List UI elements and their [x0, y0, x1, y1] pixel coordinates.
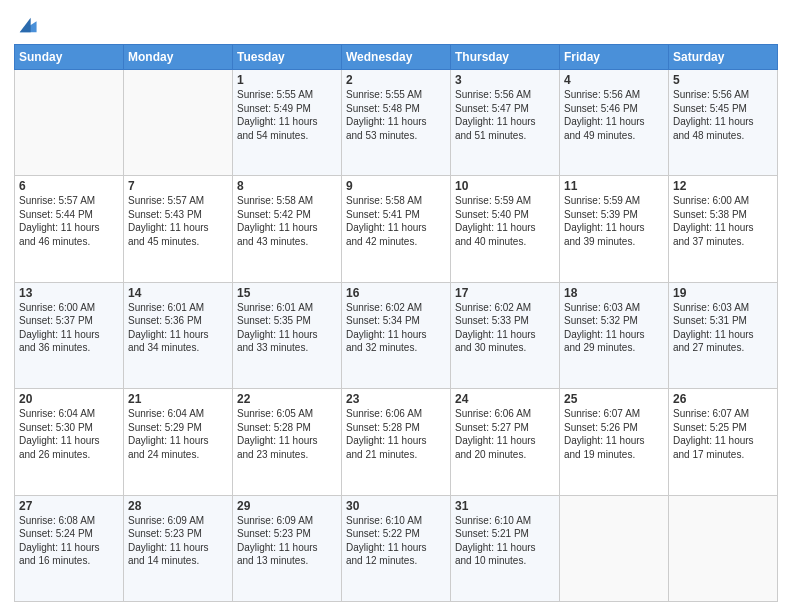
day-number: 16	[346, 286, 446, 300]
cell-info: Sunrise: 6:10 AMSunset: 5:22 PMDaylight:…	[346, 515, 427, 567]
cell-info: Sunrise: 6:00 AMSunset: 5:37 PMDaylight:…	[19, 302, 100, 354]
day-number: 27	[19, 499, 119, 513]
calendar-cell: 9Sunrise: 5:58 AMSunset: 5:41 PMDaylight…	[342, 176, 451, 282]
calendar-cell: 8Sunrise: 5:58 AMSunset: 5:42 PMDaylight…	[233, 176, 342, 282]
calendar-cell: 17Sunrise: 6:02 AMSunset: 5:33 PMDayligh…	[451, 282, 560, 388]
cell-info: Sunrise: 5:55 AMSunset: 5:49 PMDaylight:…	[237, 89, 318, 141]
calendar-cell	[15, 70, 124, 176]
day-number: 10	[455, 179, 555, 193]
day-number: 15	[237, 286, 337, 300]
calendar-cell: 28Sunrise: 6:09 AMSunset: 5:23 PMDayligh…	[124, 495, 233, 601]
day-number: 1	[237, 73, 337, 87]
day-number: 18	[564, 286, 664, 300]
calendar-week-row: 13Sunrise: 6:00 AMSunset: 5:37 PMDayligh…	[15, 282, 778, 388]
calendar-cell: 20Sunrise: 6:04 AMSunset: 5:30 PMDayligh…	[15, 389, 124, 495]
day-number: 13	[19, 286, 119, 300]
calendar-cell: 29Sunrise: 6:09 AMSunset: 5:23 PMDayligh…	[233, 495, 342, 601]
calendar-cell: 16Sunrise: 6:02 AMSunset: 5:34 PMDayligh…	[342, 282, 451, 388]
day-number: 12	[673, 179, 773, 193]
day-number: 3	[455, 73, 555, 87]
calendar-cell: 3Sunrise: 5:56 AMSunset: 5:47 PMDaylight…	[451, 70, 560, 176]
calendar-day-header: Wednesday	[342, 45, 451, 70]
cell-info: Sunrise: 5:59 AMSunset: 5:39 PMDaylight:…	[564, 195, 645, 247]
cell-info: Sunrise: 6:01 AMSunset: 5:36 PMDaylight:…	[128, 302, 209, 354]
cell-info: Sunrise: 6:00 AMSunset: 5:38 PMDaylight:…	[673, 195, 754, 247]
calendar-cell: 15Sunrise: 6:01 AMSunset: 5:35 PMDayligh…	[233, 282, 342, 388]
cell-info: Sunrise: 6:06 AMSunset: 5:27 PMDaylight:…	[455, 408, 536, 460]
cell-info: Sunrise: 6:05 AMSunset: 5:28 PMDaylight:…	[237, 408, 318, 460]
calendar-cell: 2Sunrise: 5:55 AMSunset: 5:48 PMDaylight…	[342, 70, 451, 176]
calendar-cell: 7Sunrise: 5:57 AMSunset: 5:43 PMDaylight…	[124, 176, 233, 282]
calendar-cell: 22Sunrise: 6:05 AMSunset: 5:28 PMDayligh…	[233, 389, 342, 495]
calendar-week-row: 6Sunrise: 5:57 AMSunset: 5:44 PMDaylight…	[15, 176, 778, 282]
calendar-week-row: 27Sunrise: 6:08 AMSunset: 5:24 PMDayligh…	[15, 495, 778, 601]
day-number: 26	[673, 392, 773, 406]
cell-info: Sunrise: 5:56 AMSunset: 5:47 PMDaylight:…	[455, 89, 536, 141]
cell-info: Sunrise: 5:55 AMSunset: 5:48 PMDaylight:…	[346, 89, 427, 141]
cell-info: Sunrise: 5:57 AMSunset: 5:44 PMDaylight:…	[19, 195, 100, 247]
calendar-cell: 19Sunrise: 6:03 AMSunset: 5:31 PMDayligh…	[669, 282, 778, 388]
cell-info: Sunrise: 6:02 AMSunset: 5:34 PMDaylight:…	[346, 302, 427, 354]
calendar-day-header: Monday	[124, 45, 233, 70]
day-number: 29	[237, 499, 337, 513]
calendar-cell: 12Sunrise: 6:00 AMSunset: 5:38 PMDayligh…	[669, 176, 778, 282]
day-number: 2	[346, 73, 446, 87]
cell-info: Sunrise: 6:03 AMSunset: 5:32 PMDaylight:…	[564, 302, 645, 354]
day-number: 4	[564, 73, 664, 87]
day-number: 7	[128, 179, 228, 193]
day-number: 31	[455, 499, 555, 513]
cell-info: Sunrise: 5:57 AMSunset: 5:43 PMDaylight:…	[128, 195, 209, 247]
cell-info: Sunrise: 6:04 AMSunset: 5:30 PMDaylight:…	[19, 408, 100, 460]
calendar-cell: 11Sunrise: 5:59 AMSunset: 5:39 PMDayligh…	[560, 176, 669, 282]
day-number: 14	[128, 286, 228, 300]
day-number: 22	[237, 392, 337, 406]
cell-info: Sunrise: 6:03 AMSunset: 5:31 PMDaylight:…	[673, 302, 754, 354]
calendar-cell: 13Sunrise: 6:00 AMSunset: 5:37 PMDayligh…	[15, 282, 124, 388]
cell-info: Sunrise: 6:09 AMSunset: 5:23 PMDaylight:…	[237, 515, 318, 567]
cell-info: Sunrise: 5:56 AMSunset: 5:46 PMDaylight:…	[564, 89, 645, 141]
calendar-cell	[560, 495, 669, 601]
cell-info: Sunrise: 6:09 AMSunset: 5:23 PMDaylight:…	[128, 515, 209, 567]
cell-info: Sunrise: 6:08 AMSunset: 5:24 PMDaylight:…	[19, 515, 100, 567]
calendar-cell: 24Sunrise: 6:06 AMSunset: 5:27 PMDayligh…	[451, 389, 560, 495]
calendar-table: SundayMondayTuesdayWednesdayThursdayFrid…	[14, 44, 778, 602]
cell-info: Sunrise: 6:10 AMSunset: 5:21 PMDaylight:…	[455, 515, 536, 567]
calendar-cell	[669, 495, 778, 601]
day-number: 11	[564, 179, 664, 193]
logo	[14, 14, 38, 36]
calendar-cell: 31Sunrise: 6:10 AMSunset: 5:21 PMDayligh…	[451, 495, 560, 601]
day-number: 9	[346, 179, 446, 193]
day-number: 6	[19, 179, 119, 193]
day-number: 24	[455, 392, 555, 406]
cell-info: Sunrise: 6:06 AMSunset: 5:28 PMDaylight:…	[346, 408, 427, 460]
calendar-week-row: 1Sunrise: 5:55 AMSunset: 5:49 PMDaylight…	[15, 70, 778, 176]
calendar-cell	[124, 70, 233, 176]
header	[14, 10, 778, 36]
calendar-cell: 1Sunrise: 5:55 AMSunset: 5:49 PMDaylight…	[233, 70, 342, 176]
calendar-cell: 25Sunrise: 6:07 AMSunset: 5:26 PMDayligh…	[560, 389, 669, 495]
page: SundayMondayTuesdayWednesdayThursdayFrid…	[0, 0, 792, 612]
day-number: 25	[564, 392, 664, 406]
calendar-cell: 30Sunrise: 6:10 AMSunset: 5:22 PMDayligh…	[342, 495, 451, 601]
day-number: 28	[128, 499, 228, 513]
calendar-day-header: Tuesday	[233, 45, 342, 70]
day-number: 20	[19, 392, 119, 406]
cell-info: Sunrise: 5:58 AMSunset: 5:41 PMDaylight:…	[346, 195, 427, 247]
calendar-cell: 10Sunrise: 5:59 AMSunset: 5:40 PMDayligh…	[451, 176, 560, 282]
cell-info: Sunrise: 6:01 AMSunset: 5:35 PMDaylight:…	[237, 302, 318, 354]
cell-info: Sunrise: 6:02 AMSunset: 5:33 PMDaylight:…	[455, 302, 536, 354]
day-number: 19	[673, 286, 773, 300]
logo-icon	[16, 14, 38, 36]
calendar-cell: 4Sunrise: 5:56 AMSunset: 5:46 PMDaylight…	[560, 70, 669, 176]
calendar-cell: 27Sunrise: 6:08 AMSunset: 5:24 PMDayligh…	[15, 495, 124, 601]
cell-info: Sunrise: 5:56 AMSunset: 5:45 PMDaylight:…	[673, 89, 754, 141]
calendar-day-header: Friday	[560, 45, 669, 70]
calendar-cell: 26Sunrise: 6:07 AMSunset: 5:25 PMDayligh…	[669, 389, 778, 495]
calendar-cell: 18Sunrise: 6:03 AMSunset: 5:32 PMDayligh…	[560, 282, 669, 388]
cell-info: Sunrise: 5:59 AMSunset: 5:40 PMDaylight:…	[455, 195, 536, 247]
day-number: 30	[346, 499, 446, 513]
day-number: 8	[237, 179, 337, 193]
calendar-cell: 6Sunrise: 5:57 AMSunset: 5:44 PMDaylight…	[15, 176, 124, 282]
day-number: 17	[455, 286, 555, 300]
cell-info: Sunrise: 6:07 AMSunset: 5:26 PMDaylight:…	[564, 408, 645, 460]
